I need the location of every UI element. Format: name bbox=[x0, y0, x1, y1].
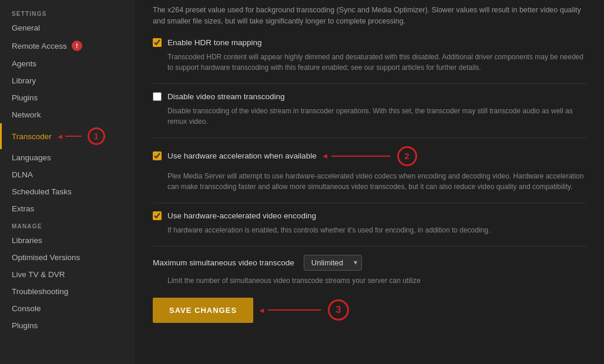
max-transcode-description: Limit the number of simultaneous video t… bbox=[153, 275, 586, 286]
sidebar-item-dlna[interactable]: DLNA bbox=[0, 166, 135, 183]
sidebar-item-label: Troubleshooting bbox=[12, 287, 68, 296]
sidebar-item-troubleshooting[interactable]: Troubleshooting bbox=[0, 283, 135, 300]
max-transcode-select[interactable]: Unlimited 123 456 78 bbox=[304, 255, 362, 271]
divider-3 bbox=[153, 203, 586, 203]
hw-encoding-label[interactable]: Use hardware-accelerated video encoding bbox=[167, 211, 316, 220]
sidebar-item-label: Optimised Versions bbox=[12, 253, 80, 262]
intro-description: The x264 preset value used for backgroun… bbox=[153, 5, 586, 28]
sidebar-item-remote-access[interactable]: Remote Access ! bbox=[0, 36, 135, 55]
hw-encoding-checkbox-row: Use hardware-accelerated video encoding bbox=[153, 211, 586, 220]
hw-encoding-description: If hardware acceleration is enabled, thi… bbox=[153, 225, 586, 235]
sidebar-item-library[interactable]: Library bbox=[0, 72, 135, 89]
annotation-1: 1 bbox=[88, 127, 105, 145]
sidebar-item-label: Plugins bbox=[12, 321, 38, 330]
hdr-setting-block: Enable HDR tone mapping Transcoded HDR c… bbox=[153, 38, 586, 73]
sidebar-item-libraries[interactable]: Libraries bbox=[0, 232, 135, 249]
select-wrapper: Unlimited 123 456 78 bbox=[304, 255, 362, 271]
divider-4 bbox=[153, 246, 586, 247]
sidebar-item-general[interactable]: General bbox=[0, 19, 135, 36]
sidebar-item-label: DLNA bbox=[12, 170, 33, 179]
sidebar: SETTINGS General Remote Access ! Agents … bbox=[0, 0, 135, 364]
save-changes-button[interactable]: SAVE CHANGES bbox=[153, 298, 253, 323]
sidebar-item-network[interactable]: Network bbox=[0, 106, 135, 123]
hdr-label[interactable]: Enable HDR tone mapping bbox=[167, 38, 262, 47]
save-row: SAVE CHANGES ◄ 3 bbox=[153, 298, 586, 323]
divider-1 bbox=[153, 83, 586, 84]
sidebar-item-scheduled-tasks[interactable]: Scheduled Tasks bbox=[0, 183, 135, 200]
sidebar-item-label: Scheduled Tasks bbox=[12, 187, 72, 196]
hw-encoding-checkbox[interactable] bbox=[153, 211, 162, 220]
hw-encoding-setting-block: Use hardware-accelerated video encoding … bbox=[153, 211, 586, 235]
hdr-checkbox-row: Enable HDR tone mapping bbox=[153, 38, 586, 47]
sidebar-item-live-tv-dvr[interactable]: Live TV & DVR bbox=[0, 266, 135, 283]
disable-stream-label[interactable]: Disable video stream transcoding bbox=[167, 92, 285, 101]
sidebar-item-label: Transcoder bbox=[12, 132, 52, 141]
sidebar-item-console[interactable]: Console bbox=[0, 300, 135, 317]
hw-accel-checkbox-annotation-row: Use hardware acceleration when available… bbox=[153, 146, 586, 166]
sidebar-item-label: Languages bbox=[12, 153, 51, 162]
sidebar-item-optimised-versions[interactable]: Optimised Versions bbox=[0, 249, 135, 266]
max-transcode-setting-block: Maximum simultaneous video transcode Unl… bbox=[153, 255, 586, 286]
error-badge: ! bbox=[72, 41, 82, 51]
sidebar-item-label: Library bbox=[12, 76, 36, 85]
sidebar-item-extras[interactable]: Extras bbox=[0, 200, 135, 217]
sidebar-item-agents[interactable]: Agents bbox=[0, 55, 135, 72]
sidebar-item-plugins-manage[interactable]: Plugins bbox=[0, 317, 135, 334]
sidebar-item-transcoder[interactable]: Transcoder ◄ 1 bbox=[0, 123, 135, 149]
hw-accel-label[interactable]: Use hardware acceleration when available bbox=[167, 151, 317, 160]
disable-stream-setting-block: Disable video stream transcoding Disable… bbox=[153, 92, 586, 127]
sidebar-item-languages[interactable]: Languages bbox=[0, 149, 135, 166]
hw-accel-checkbox-row: Use hardware acceleration when available bbox=[153, 151, 317, 160]
sidebar-item-label: Network bbox=[12, 110, 41, 119]
hdr-checkbox[interactable] bbox=[153, 38, 162, 47]
max-transcode-label: Maximum simultaneous video transcode bbox=[153, 258, 294, 267]
manage-section-header: MANAGE bbox=[0, 217, 135, 232]
disable-stream-description: Disable transcoding of the video stream … bbox=[153, 106, 586, 127]
hw-accel-setting-block: Use hardware acceleration when available… bbox=[153, 146, 586, 192]
sidebar-item-label: Extras bbox=[12, 204, 34, 213]
sidebar-item-label: Live TV & DVR bbox=[12, 270, 65, 279]
max-transcode-select-row: Maximum simultaneous video transcode Unl… bbox=[153, 255, 586, 271]
sidebar-item-plugins[interactable]: Plugins bbox=[0, 89, 135, 106]
sidebar-item-label: Console bbox=[12, 304, 41, 313]
annotation-2: 2 bbox=[397, 146, 417, 166]
divider-2 bbox=[153, 137, 586, 138]
hw-accel-description: Plex Media Server will attempt to use ha… bbox=[153, 171, 586, 192]
sidebar-item-label: Libraries bbox=[12, 236, 42, 245]
disable-stream-checkbox[interactable] bbox=[153, 92, 162, 101]
sidebar-item-label: Remote Access bbox=[12, 42, 67, 50]
sidebar-item-label: Plugins bbox=[12, 93, 38, 102]
hdr-description: Transcoded HDR content will appear highl… bbox=[153, 52, 586, 73]
app-container: SETTINGS General Remote Access ! Agents … bbox=[0, 0, 604, 364]
settings-section-header: SETTINGS bbox=[0, 5, 135, 19]
disable-stream-checkbox-row: Disable video stream transcoding bbox=[153, 92, 586, 101]
hw-accel-checkbox[interactable] bbox=[153, 151, 162, 160]
main-content: The x264 preset value used for backgroun… bbox=[135, 0, 604, 364]
sidebar-item-label: Agents bbox=[12, 59, 36, 68]
sidebar-item-label: General bbox=[12, 23, 40, 32]
annotation-3: 3 bbox=[328, 299, 349, 321]
